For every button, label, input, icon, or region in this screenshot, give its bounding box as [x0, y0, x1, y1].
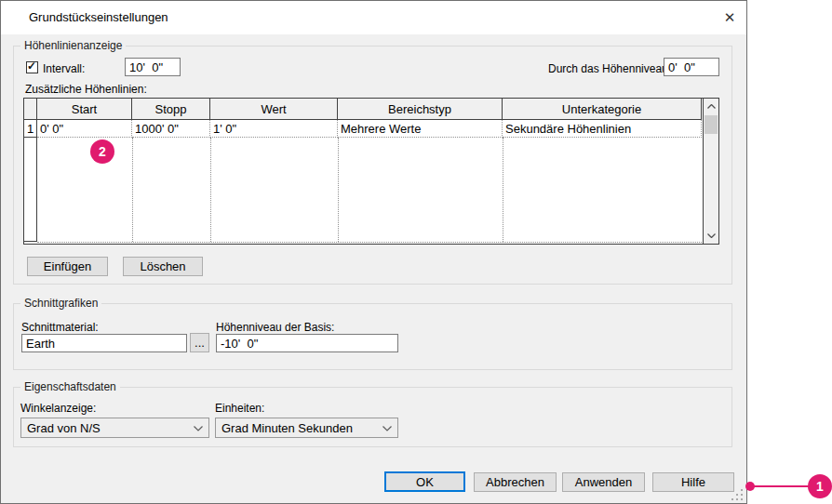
scroll-down-icon[interactable] [704, 228, 718, 244]
ok-button[interactable]: OK [384, 471, 465, 492]
datum-label: Durch das Höhenniveau: [548, 62, 671, 75]
title-bar[interactable]: Grundstückseinstellungen ✕ [1, 1, 746, 34]
col-header-stopp: Stopp [132, 99, 210, 120]
screenshot-stage: Grundstückseinstellungen ✕ Höhenlinienan… [0, 0, 832, 504]
annotation-dot [745, 482, 755, 491]
apply-button[interactable]: Anwenden [562, 472, 645, 492]
interval-label: Intervall: [43, 62, 85, 75]
angle-display-label: Winkelanzeige: [20, 402, 96, 415]
contour-table: Start Stopp Wert Bereichstyp Unterkatego… [23, 98, 719, 245]
units-select[interactable]: Grad Minuten Sekunden [215, 418, 398, 438]
chevron-down-icon [382, 426, 392, 431]
row1-unterkategorie-cell[interactable]: Sekundäre Höhenlinien [503, 120, 702, 138]
props-group-label: Eigenschaftsdaten [20, 380, 120, 393]
property-settings-dialog: Grundstückseinstellungen ✕ Höhenlinienan… [0, 0, 747, 504]
row1-stopp-cell[interactable]: 1000' 0" [132, 120, 210, 138]
scrollbar-thumb[interactable] [705, 115, 718, 134]
table-corner-header [24, 99, 37, 120]
row1-bereichstyp-cell[interactable]: Mehrere Werte [338, 120, 503, 138]
row2-number-cell[interactable] [24, 138, 37, 242]
annotation-line [749, 485, 812, 487]
check-icon: ✓ [27, 60, 36, 73]
browse-material-button[interactable]: ... [190, 333, 209, 352]
grid-line [503, 138, 503, 242]
section-group-label: Schnittgrafiken [20, 297, 101, 310]
col-header-wert: Wert [210, 99, 338, 120]
insert-button[interactable]: Einfügen [27, 257, 108, 276]
col-header-start: Start [37, 99, 132, 120]
row1-wert-cell[interactable]: 1' 0" [210, 120, 338, 138]
interval-input[interactable] [125, 58, 181, 76]
table-scrollbar[interactable] [703, 99, 718, 244]
annotation-badge-2: 2 [90, 139, 114, 164]
resize-grip[interactable] [731, 489, 745, 502]
angle-display-value: Grad von N/S [27, 421, 101, 435]
col-header-bereichstyp: Bereichstyp [338, 99, 503, 120]
angle-display-select[interactable]: Grad von N/S [20, 418, 209, 438]
row1-start-cell[interactable]: 0' 0" [37, 120, 132, 138]
base-elevation-input[interactable] [216, 334, 398, 352]
help-button[interactable]: Hilfe [652, 472, 734, 492]
units-value: Grad Minuten Sekunden [221, 421, 353, 435]
grid-line [338, 138, 339, 242]
delete-button[interactable]: Löschen [123, 257, 203, 276]
col-header-unterkategorie: Unterkategorie [503, 99, 702, 120]
interval-checkbox[interactable]: ✓ [26, 61, 38, 73]
chevron-down-icon [194, 426, 203, 431]
section-material-input[interactable] [21, 334, 187, 352]
close-icon[interactable]: ✕ [718, 7, 742, 29]
row1-number-cell[interactable]: 1 [24, 120, 37, 138]
base-elevation-label: Höhenniveau der Basis: [216, 321, 334, 334]
grid-line [210, 138, 211, 242]
grid-line [37, 242, 702, 243]
section-material-label: Schnittmaterial: [21, 321, 99, 334]
datum-input[interactable] [664, 58, 719, 76]
dialog-title: Grundstückseinstellungen [29, 10, 168, 24]
grid-line [132, 138, 133, 242]
scroll-up-icon[interactable] [704, 99, 718, 114]
extra-contours-label: Zusätzliche Höhenlinien: [25, 83, 147, 96]
cancel-button[interactable]: Abbrechen [474, 472, 557, 492]
units-label: Einheiten: [215, 402, 264, 415]
annotation-badge-1: 1 [808, 474, 832, 498]
contour-group-label: Höhenlinienanzeige [20, 39, 126, 52]
